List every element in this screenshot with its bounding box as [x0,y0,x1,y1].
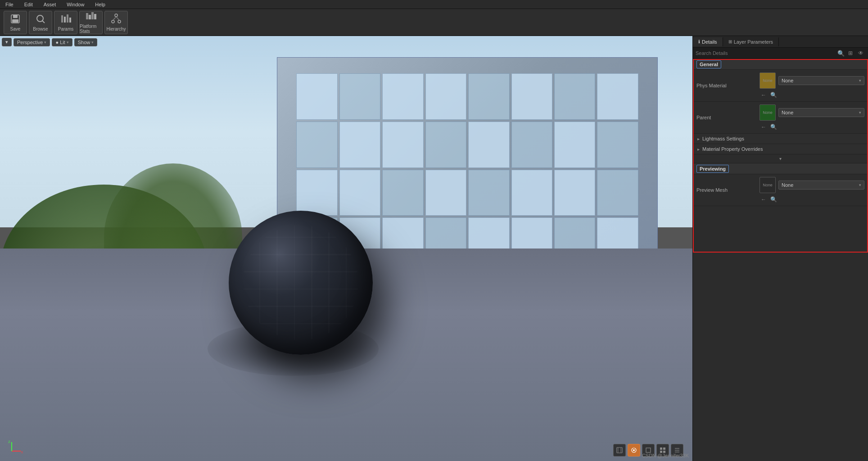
svg-text:X: X [21,450,23,454]
lit-button[interactable]: ● Lit ▾ [52,38,72,46]
vp-btn-2[interactable] [628,444,640,456]
phys-material-thumbnail: None [760,72,776,89]
phys-material-label: Phys Material [696,83,760,88]
search-icon-button[interactable]: 🔍 [837,50,845,57]
save-icon [10,14,21,26]
tab-details[interactable]: ℹ Details [693,37,723,46]
parent-value: None [782,110,793,115]
svg-rect-5 [61,15,63,23]
sphere-mesh [229,211,373,355]
preview-mesh-label: Preview Mesh [696,187,760,193]
browse-icon [35,14,46,26]
search-bar: 🔍 ⊞ 👁 [693,48,868,59]
search-input[interactable] [696,50,836,56]
svg-rect-22 [617,447,622,453]
parent-thumbnail: None [760,104,776,121]
phys-material-row: Phys Material None None ▾ ← 🔍 [693,70,868,102]
tab-layer-parameters[interactable]: ⊞ Layer Parameters [723,37,779,46]
lightmass-settings-row[interactable]: ▸ Lightmass Settings [693,134,868,144]
hierarchy-label: Hierarchy [107,27,126,32]
params-icon [60,14,71,26]
svg-rect-7 [67,14,68,23]
hierarchy-icon [111,14,122,26]
lit-icon: ● [55,40,59,45]
lit-chevron-icon: ▾ [67,40,69,45]
svg-line-16 [113,17,116,20]
parent-arrow-icon: ▾ [859,110,861,115]
parent-row-controls: None None ▾ [760,104,864,121]
vp-btn-1[interactable] [613,444,626,456]
panel-eye-button[interactable]: 👁 [856,49,865,57]
preview-mesh-search-button[interactable]: 🔍 [769,196,778,203]
phys-material-arrow-icon: ▾ [859,78,861,83]
preview-mesh-thumbnail: None [760,177,776,193]
layer-params-tab-label: Layer Parameters [734,39,773,45]
phys-material-actions: ← 🔍 [760,91,864,99]
phys-material-dropdown[interactable]: None ▾ [778,76,864,85]
section-divider-icon: ▾ [779,156,782,161]
svg-rect-27 [646,448,651,452]
layer-params-tab-icon: ⊞ [728,39,732,44]
parent-back-button[interactable]: ← [760,123,768,131]
general-section-header[interactable]: General [693,59,868,70]
platform-stats-label: Platform Stats [80,24,102,34]
preview-mesh-back-button[interactable]: ← [760,196,768,203]
viewport-mode-button[interactable]: ▾ [2,38,12,46]
parent-search-button[interactable]: 🔍 [769,123,778,131]
menu-bar: File Edit Asset Window Help [0,0,868,9]
svg-rect-6 [64,17,66,23]
panel-tabs: ℹ Details ⊞ Layer Parameters [693,36,868,48]
platform-stats-button[interactable]: Platform Stats [79,11,103,34]
svg-rect-11 [91,12,94,19]
details-content: General Phys Material None None ▾ [693,59,868,461]
show-button[interactable]: Show ▾ [74,38,98,46]
params-label: Params [58,27,73,32]
phys-material-back-button[interactable]: ← [760,91,768,99]
svg-rect-12 [94,14,96,19]
preview-mesh-row: Preview Mesh None None ▾ ← 🔍 [693,174,868,206]
perspective-button[interactable]: Perspective ▾ [14,38,50,46]
menu-window[interactable]: Window [65,1,86,8]
menu-edit[interactable]: Edit [23,1,35,8]
preview-mesh-actions: ← 🔍 [760,196,864,203]
phys-material-value: None [782,78,793,83]
phys-material-search-button[interactable]: 🔍 [769,91,778,99]
panel-grid-button[interactable]: ⊞ [846,49,854,57]
hierarchy-button[interactable]: Hierarchy [104,11,128,34]
toolbar: Save Browse Params [0,9,868,36]
svg-line-4 [42,21,45,23]
parent-actions: ← 🔍 [760,123,864,131]
svg-point-14 [112,20,114,23]
preview-mesh-row-controls: None None ▾ [760,177,864,193]
svg-point-3 [37,15,43,22]
preview-mesh-dropdown[interactable]: None ▾ [778,181,864,190]
material-overrides-expand-icon: ▸ [697,147,700,152]
menu-asset[interactable]: Asset [42,1,58,8]
viewport[interactable]: ▾ Perspective ▾ ● Lit ▾ Show ▾ X Z [0,36,692,461]
svg-rect-29 [663,447,665,450]
svg-rect-1 [13,15,18,18]
main-area: ▾ Perspective ▾ ● Lit ▾ Show ▾ X Z [0,36,868,461]
axis-indicator: X Z [7,438,25,456]
browse-label: Browse [33,27,48,32]
parent-dropdown[interactable]: None ▾ [778,108,864,117]
perspective-label: Perspective [17,40,43,45]
details-tab-icon: ℹ [698,39,700,44]
perspective-chevron-icon: ▾ [44,40,46,45]
section-divider: ▾ [693,154,868,163]
watermark: CSDN @Jennifer33K [642,453,689,458]
svg-text:Z: Z [8,440,10,444]
lightmass-expand-icon: ▸ [697,136,700,141]
parent-controls: None None ▾ ← 🔍 [760,104,864,131]
params-button[interactable]: Params [54,11,77,34]
menu-help[interactable]: Help [93,1,107,8]
parent-row: Parent None None ▾ ← 🔍 [693,102,868,134]
lightmass-label: Lightmass Settings [702,136,744,141]
previewing-section-header[interactable]: Previewing [693,163,868,174]
phys-material-controls: None None ▾ ← 🔍 [760,72,864,99]
material-overrides-row[interactable]: ▸ Material Property Overrides [693,144,868,154]
viewport-toolbar: ▾ Perspective ▾ ● Lit ▾ Show ▾ [2,38,97,46]
browse-button[interactable]: Browse [29,11,52,34]
menu-file[interactable]: File [4,1,15,8]
save-button[interactable]: Save [4,11,27,34]
